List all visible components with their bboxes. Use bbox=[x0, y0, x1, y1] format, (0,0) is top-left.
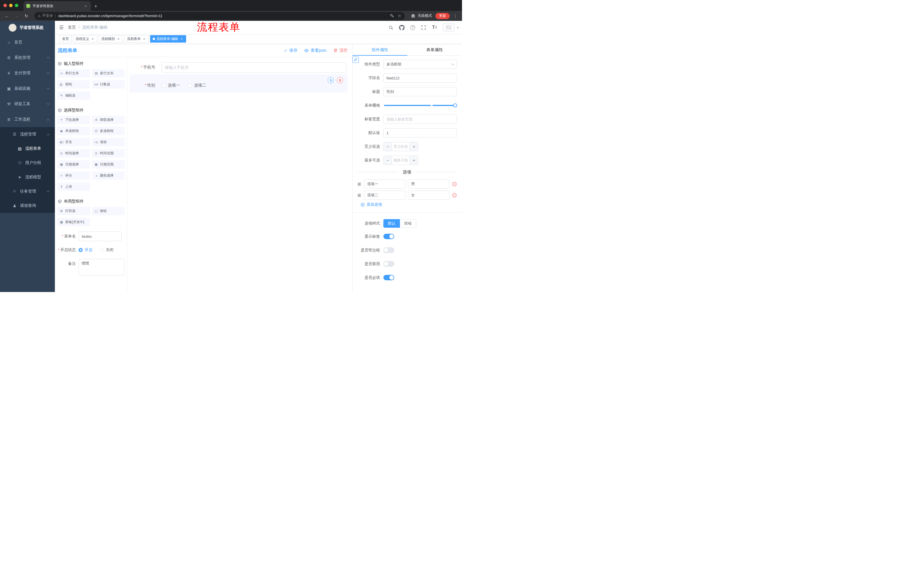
gender-option-2[interactable]: 选项二 bbox=[188, 83, 206, 88]
remove-option-icon[interactable] bbox=[452, 182, 457, 187]
forward-icon[interactable]: → bbox=[13, 12, 21, 20]
sidebar-item-task-management[interactable]: ⚐ 任务管理 bbox=[0, 184, 55, 199]
status-radio-on[interactable]: 开启 bbox=[79, 247, 92, 253]
palette-item-editor[interactable]: ✎编辑器 bbox=[57, 91, 90, 100]
palette-item-single-line-text[interactable]: ▭单行文本 bbox=[57, 69, 90, 77]
palette-item-switch[interactable]: 开关 bbox=[57, 138, 90, 146]
stepper-minus-button[interactable]: − bbox=[384, 142, 392, 151]
tab-form-props[interactable]: 表单属性 bbox=[408, 44, 462, 56]
field-name-input[interactable] bbox=[383, 73, 457, 82]
title-input[interactable] bbox=[383, 87, 457, 96]
min-select-input[interactable] bbox=[392, 142, 410, 151]
update-button[interactable]: 更新 bbox=[436, 13, 450, 19]
slider-handle[interactable] bbox=[453, 104, 457, 107]
browser-menu-icon[interactable]: ⋮ bbox=[451, 13, 459, 18]
clear-button[interactable]: 清空 bbox=[333, 48, 348, 53]
drag-handle-icon[interactable] bbox=[357, 193, 361, 197]
canvas-field-phone[interactable]: *手机号 bbox=[130, 62, 348, 72]
default-value-input[interactable] bbox=[383, 128, 457, 137]
palette-item-slider[interactable]: 滑块 bbox=[92, 138, 125, 146]
bookmark-star-icon[interactable]: ☆ bbox=[398, 13, 401, 18]
sidebar-item-payment[interactable]: ¥ 支付管理 bbox=[0, 66, 55, 81]
palette-item-date-picker[interactable]: ▦日期选择 bbox=[57, 160, 90, 169]
avatar-caret-icon[interactable]: ▾ bbox=[457, 26, 459, 29]
checkbox-icon[interactable] bbox=[188, 84, 192, 87]
option-label-input[interactable] bbox=[364, 179, 405, 189]
address-bar[interactable]: ⚠ 不安全 dashboard.yudao.iocoder.cn/bpm/man… bbox=[34, 12, 405, 20]
palette-item-radio-group[interactable]: ◉单选框组 bbox=[57, 127, 90, 135]
palette-item-color-picker[interactable]: ◑颜色选择 bbox=[92, 171, 125, 180]
add-option-button[interactable]: 添加选项 bbox=[361, 202, 457, 207]
new-tab-button[interactable]: + bbox=[94, 3, 97, 9]
checkbox-icon[interactable] bbox=[162, 84, 165, 87]
remark-textarea[interactable] bbox=[79, 259, 124, 275]
palette-item-password[interactable]: 密码 bbox=[57, 80, 90, 89]
canvas-field-gender[interactable]: *性别 选项一 选项二 bbox=[130, 74, 348, 92]
palette-item-upload[interactable]: ↥上传 bbox=[57, 183, 90, 191]
tab-component-props[interactable]: 组件属性 bbox=[353, 44, 408, 56]
tag-close-icon[interactable]: × bbox=[142, 37, 146, 41]
style-button-button[interactable]: 按钮 bbox=[400, 219, 416, 228]
fullscreen-icon[interactable] bbox=[419, 23, 428, 32]
zoom-window-button[interactable] bbox=[15, 4, 18, 7]
sidebar-item-process-form[interactable]: ▤ 流程表单 bbox=[0, 141, 55, 156]
tag-process-model[interactable]: 流程模型 × bbox=[99, 35, 123, 43]
tag-process-form-edit[interactable]: 流程表单-编辑 × bbox=[150, 35, 186, 43]
style-default-button[interactable]: 默认 bbox=[383, 219, 400, 228]
sidebar-item-leave-query[interactable]: ♟ 请假查询 bbox=[0, 199, 55, 213]
tag-close-icon[interactable]: × bbox=[116, 37, 120, 41]
sidebar-item-home[interactable]: ⌂ 首页 bbox=[0, 35, 55, 50]
breadcrumb-home[interactable]: 首页 bbox=[68, 25, 76, 30]
form-name-input[interactable] bbox=[79, 232, 122, 241]
phone-input[interactable] bbox=[162, 62, 346, 72]
gender-option-1[interactable]: 选项一 bbox=[162, 83, 180, 88]
tag-close-icon[interactable]: × bbox=[91, 37, 95, 41]
palette-item-rate[interactable]: ☆评分 bbox=[57, 171, 90, 180]
avatar[interactable] bbox=[442, 23, 455, 32]
password-key-icon[interactable] bbox=[390, 14, 394, 18]
sidebar-item-workflow[interactable]: ≣ 工作流程 bbox=[0, 112, 55, 127]
sidebar-item-infrastructure[interactable]: ▣ 基础设施 bbox=[0, 81, 55, 96]
back-icon[interactable]: ← bbox=[3, 12, 11, 20]
hamburger-icon[interactable]: ☰ bbox=[55, 25, 68, 31]
tab-close-icon[interactable]: × bbox=[84, 4, 88, 8]
max-select-input[interactable] bbox=[392, 156, 410, 165]
show-label-switch[interactable] bbox=[383, 234, 394, 239]
tag-close-icon[interactable]: × bbox=[180, 37, 183, 41]
tag-process-form[interactable]: 流程表单 × bbox=[124, 35, 148, 43]
tag-process-definition[interactable]: 流程定义 × bbox=[73, 35, 97, 43]
github-icon[interactable] bbox=[398, 23, 406, 32]
label-width-input[interactable] bbox=[383, 115, 457, 124]
palette-item-counter[interactable]: 123计数器 bbox=[92, 80, 125, 89]
stepper-minus-button[interactable]: − bbox=[384, 156, 392, 165]
palette-item-checkbox-group[interactable]: ☑多选框组 bbox=[92, 127, 125, 135]
component-type-select[interactable] bbox=[383, 60, 457, 69]
drag-handle-icon[interactable] bbox=[357, 182, 361, 186]
browser-tab[interactable]: 芋道管理系统 × bbox=[23, 1, 91, 11]
minimize-window-button[interactable] bbox=[9, 4, 13, 7]
required-switch[interactable] bbox=[383, 275, 394, 280]
palette-item-multi-line-text[interactable]: ▤多行文本 bbox=[92, 69, 125, 77]
sidebar-item-devtools[interactable]: ⚒ 研发工具 bbox=[0, 96, 55, 112]
tag-home[interactable]: 首页 bbox=[59, 35, 71, 43]
palette-item-row-container[interactable]: ⊞行容器 bbox=[57, 207, 90, 215]
option-label-input[interactable] bbox=[364, 191, 405, 200]
palette-item-table[interactable]: ▦表格[开发中] bbox=[57, 218, 90, 226]
grid-slider[interactable] bbox=[383, 105, 457, 106]
stepper-plus-button[interactable]: + bbox=[410, 142, 418, 151]
delete-widget-icon[interactable] bbox=[337, 77, 343, 84]
font-size-icon[interactable]: TT bbox=[430, 23, 439, 32]
stepper-plus-button[interactable]: + bbox=[410, 156, 418, 165]
reload-icon[interactable]: ↻ bbox=[22, 12, 30, 20]
close-window-button[interactable] bbox=[3, 4, 7, 7]
palette-item-button[interactable]: ▢按钮 bbox=[92, 207, 125, 215]
save-button[interactable]: ✓ 保存 bbox=[284, 48, 297, 53]
link-icon[interactable] bbox=[353, 57, 359, 63]
palette-item-time-picker[interactable]: ◷时间选择 bbox=[57, 149, 90, 158]
sidebar-item-process-management[interactable]: ☰ 流程管理 bbox=[0, 127, 55, 141]
border-switch[interactable] bbox=[383, 247, 394, 253]
option-value-input[interactable] bbox=[408, 191, 449, 200]
sidebar-item-process-model[interactable]: ➤ 流程模型 bbox=[0, 170, 55, 184]
disabled-switch[interactable] bbox=[383, 261, 394, 267]
remove-option-icon[interactable] bbox=[452, 193, 457, 198]
